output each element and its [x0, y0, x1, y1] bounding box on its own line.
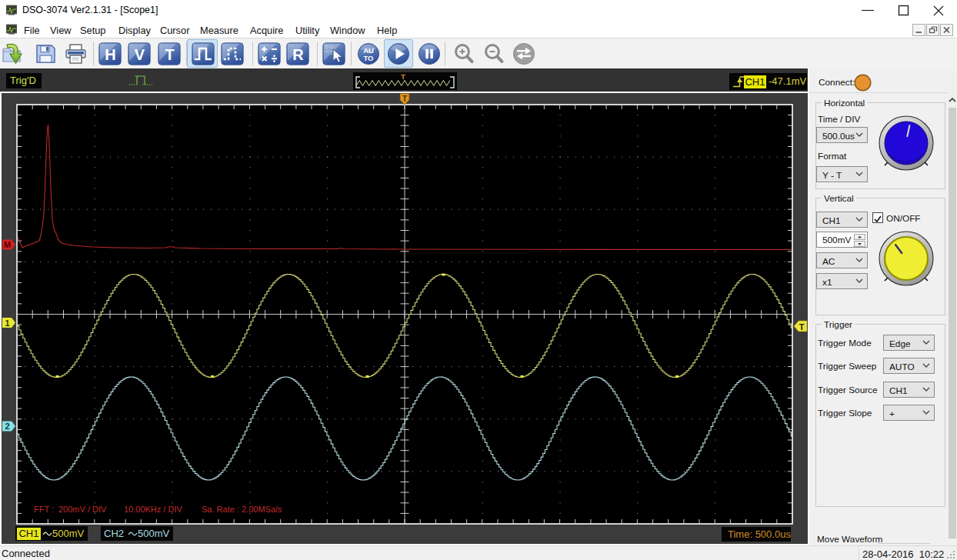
svg-text:T: T — [402, 95, 407, 103]
svg-text:FFT :200mV / DIV10.00KHz / DIV: FFT :200mV / DIV10.00KHz / DIVSa. Rate :… — [34, 505, 282, 514]
svg-text:TO: TO — [363, 54, 373, 62]
svg-text:R: R — [292, 46, 304, 63]
svg-text:T: T — [799, 322, 805, 332]
svg-text:T: T — [401, 73, 405, 81]
svg-text:2: 2 — [5, 422, 9, 431]
svg-text:V: V — [135, 46, 145, 63]
svg-text:M: M — [4, 240, 11, 249]
svg-text:1: 1 — [5, 318, 9, 328]
svg-text:H: H — [105, 46, 115, 63]
svg-text:T: T — [165, 46, 174, 63]
